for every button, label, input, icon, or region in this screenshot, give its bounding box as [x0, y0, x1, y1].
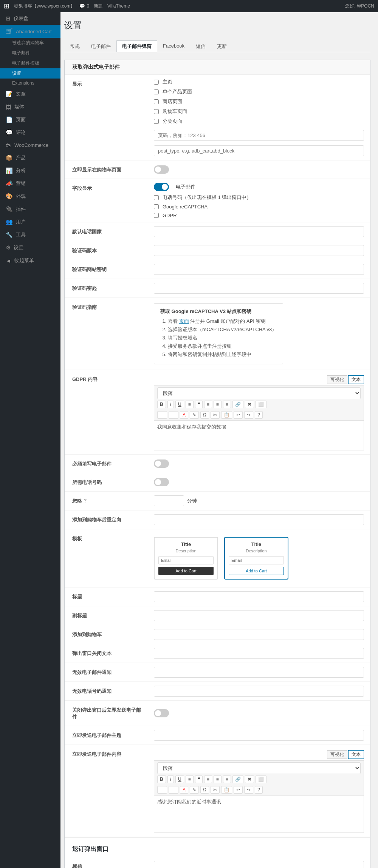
gdpr-hr-btn[interactable]: — [157, 411, 167, 419]
sidebar-sub-template[interactable]: 电子邮件模板 [0, 58, 60, 68]
instant-unlink-btn[interactable]: ✖ [245, 775, 254, 783]
instant-redo-btn[interactable]: ↪ [244, 786, 253, 794]
sidebar-item-woocommerce[interactable]: 🛍 WooCommerce [0, 139, 60, 151]
sidebar-sub-abandoned[interactable]: 被遗弃的购物车 [0, 38, 60, 48]
instant-list-btn[interactable]: ≡ [186, 775, 194, 783]
default-country-input[interactable]: By locate IP [154, 226, 364, 237]
gdpr-list-btn[interactable]: ≡ [186, 401, 194, 408]
sidebar-item-settings[interactable]: ⚙ 设置 [0, 241, 60, 254]
instant-format-select[interactable]: 段落 [157, 762, 361, 774]
gdpr-redo-btn[interactable]: ↪ [244, 411, 253, 419]
sidebar-item-users[interactable]: 👥 用户 [0, 216, 60, 228]
tab-more[interactable]: 更新 [211, 40, 232, 52]
gdpr-bold-btn[interactable]: B [157, 401, 166, 408]
gdpr-quote-btn[interactable]: ❝ [195, 401, 203, 408]
sidebar-sub-extensions[interactable]: Extensions [0, 79, 60, 88]
post-type-input[interactable] [154, 145, 364, 156]
instant-help-btn[interactable]: ? [255, 786, 263, 794]
instant-color-btn[interactable]: A [180, 786, 188, 794]
sidebar-item-marketing[interactable]: 📣 营销 [0, 177, 60, 190]
sidebar-item-products[interactable]: 📦 产品 [0, 151, 60, 164]
sidebar-item-analytics[interactable]: 📊 分析 [0, 164, 60, 177]
instant-fullscreen-btn[interactable]: ⬜ [256, 775, 266, 783]
gdpr-fullscreen-btn[interactable]: ⬜ [256, 401, 266, 408]
gdpr-help-btn[interactable]: ? [255, 411, 263, 419]
gdpr-align-center-btn[interactable]: ≡ [214, 401, 222, 408]
sidebar-item-comments[interactable]: 💬 评论 [0, 126, 60, 139]
gdpr-omega-btn[interactable]: Ω [200, 411, 209, 419]
toggle-required-email[interactable] [154, 459, 169, 468]
invalid-phone-input[interactable]: 您的电话号码无效。 [154, 686, 364, 697]
checkbox-cart[interactable] [154, 109, 159, 114]
captcha-secret-input[interactable] [154, 283, 364, 294]
tab-email[interactable]: 电子邮件 [85, 40, 116, 52]
instant-italic-btn[interactable]: I [167, 775, 174, 783]
sidebar-item-collapse[interactable]: ◄ 收起菜单 [0, 254, 60, 267]
close-text-input[interactable] [154, 648, 364, 659]
checkbox-category[interactable] [154, 119, 159, 124]
tab-sms[interactable]: 短信 [190, 40, 211, 52]
site-name[interactable]: 糖果博客【www.wpocn.com】 [14, 3, 75, 9]
gdpr-align-right-btn[interactable]: ≡ [223, 401, 231, 408]
invalid-email-input[interactable]: 您的电子邮件无效。 [154, 667, 364, 678]
gdpr-unlink-btn[interactable]: ✖ [245, 401, 254, 408]
add-to-cart-input[interactable]: 添加到购物车 [154, 629, 364, 640]
captcha-version-input[interactable]: reCAPTCHA v2 [154, 245, 364, 256]
sidebar-item-plugins[interactable]: 🔌 插件 [0, 203, 60, 216]
new-item[interactable]: 新建 [94, 3, 103, 9]
template-1-email-input[interactable] [158, 556, 214, 564]
instant-hr2-btn[interactable]: — [169, 786, 178, 794]
villa-theme[interactable]: VillaTheme [107, 3, 130, 9]
tab-popup[interactable]: 电子邮件弹窗 [116, 40, 157, 52]
title-input[interactable]: 请输入您的电子邮件 [154, 591, 364, 602]
sidebar-sub-email[interactable]: 电子邮件 [0, 48, 60, 58]
sidebar-item-abandoned-cart[interactable]: 🛒 Abandoned Cart [0, 25, 60, 38]
toggle-email[interactable] [154, 183, 169, 191]
gdpr-undo-btn[interactable]: ↩ [234, 411, 243, 419]
template-1-add-btn[interactable]: Add to Cart [158, 567, 214, 575]
sidebar-item-appearance[interactable]: 🎨 外观 [0, 190, 60, 203]
comment-count[interactable]: 💬 0 [79, 3, 89, 9]
tab-general[interactable]: 常规 [64, 40, 85, 52]
instant-vis-btn[interactable]: 可视化 [327, 750, 347, 759]
gdpr-paste-btn[interactable]: 📋 [221, 411, 232, 419]
captcha-site-key-input[interactable] [154, 264, 364, 275]
checkbox-captcha[interactable] [154, 204, 159, 209]
subtitle-input[interactable]: 要将此商品加入购物车，请输入您的电子邮件地址。 [154, 610, 364, 621]
instant-edit-btn[interactable]: ✎ [190, 786, 199, 794]
checkbox-homepage[interactable] [154, 80, 159, 85]
checkbox-phone[interactable] [154, 195, 159, 200]
instant-omega-btn[interactable]: Ω [200, 786, 209, 794]
instant-text-btn[interactable]: 文本 [348, 750, 364, 759]
template-2-add-btn[interactable]: Add to Cart [229, 567, 284, 575]
instant-bold-btn[interactable]: B [157, 775, 166, 783]
redirect-input[interactable]: 无重定向 [154, 514, 364, 525]
gdpr-text-btn[interactable]: 文本 [348, 375, 364, 384]
sidebar-sub-settings[interactable]: 设置 [0, 68, 60, 79]
template-card-2[interactable]: Title Description Add to Cart [224, 537, 288, 580]
gdpr-color-btn[interactable]: A [180, 411, 188, 419]
gdpr-hr2-btn[interactable]: — [169, 411, 178, 419]
gdpr-vis-btn[interactable]: 可视化 [327, 375, 347, 384]
gdpr-underline-btn[interactable]: U [175, 401, 184, 408]
gdpr-align-left-btn[interactable]: ≡ [204, 401, 212, 408]
instant-cut-btn[interactable]: ✄ [211, 786, 220, 794]
instant-editor-area[interactable]: 感谢您订阅我们的近时事通讯 [154, 795, 364, 833]
instant-underline-btn[interactable]: U [175, 775, 184, 783]
checkbox-single[interactable] [154, 89, 159, 94]
template-card-1[interactable]: Title Description Add to Cart [154, 537, 218, 580]
instant-quote-btn[interactable]: ❝ [195, 775, 203, 783]
instant-align-right-btn[interactable]: ≡ [223, 775, 231, 783]
toggle-show-cart[interactable] [154, 165, 169, 174]
instant-paste-btn[interactable]: 📋 [221, 786, 232, 794]
instant-subject-input[interactable]: 感谢您访问 [154, 730, 364, 741]
sidebar-item-posts[interactable]: 📝 文章 [0, 88, 60, 100]
tab-facebook[interactable]: Facebook [157, 40, 190, 52]
instant-undo-btn[interactable]: ↩ [234, 786, 243, 794]
gdpr-cut-btn[interactable]: ✄ [211, 411, 220, 419]
gdpr-edit-btn[interactable]: ✎ [190, 411, 199, 419]
instant-align-left-btn[interactable]: ≡ [204, 775, 212, 783]
instant-hr-btn[interactable]: — [157, 786, 167, 794]
gdpr-format-select[interactable]: 段落 [157, 387, 361, 399]
sidebar-item-pages[interactable]: 📄 页面 [0, 113, 60, 126]
